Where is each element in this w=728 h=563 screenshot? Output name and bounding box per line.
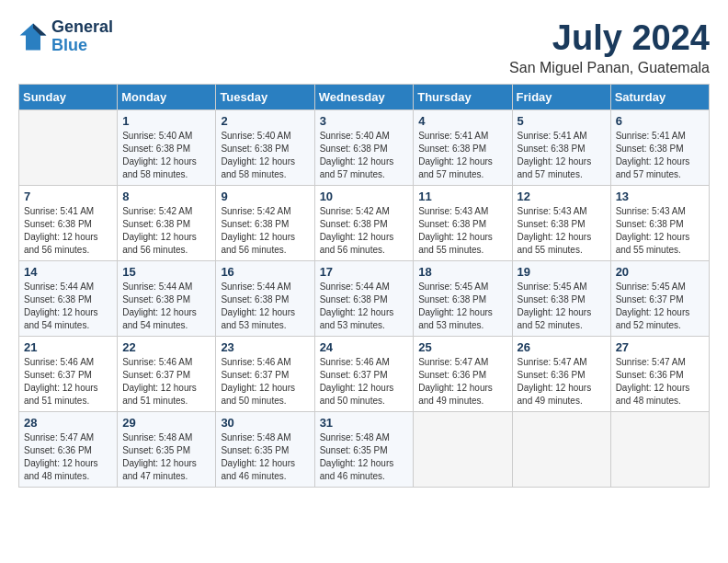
- calendar-cell: 16Sunrise: 5:44 AMSunset: 6:38 PMDayligh…: [216, 261, 314, 337]
- calendar-header: SundayMondayTuesdayWednesdayThursdayFrid…: [19, 85, 710, 110]
- calendar-cell: 12Sunrise: 5:43 AMSunset: 6:38 PMDayligh…: [512, 186, 610, 261]
- day-number: 31: [320, 416, 409, 430]
- logo-text: General Blue: [51, 18, 113, 55]
- day-number: 1: [122, 114, 210, 128]
- day-number: 17: [320, 265, 409, 279]
- day-detail: Sunrise: 5:48 AMSunset: 6:35 PMDaylight:…: [221, 431, 309, 483]
- day-number: 5: [518, 114, 606, 128]
- calendar-cell: 15Sunrise: 5:44 AMSunset: 6:38 PMDayligh…: [118, 261, 216, 337]
- calendar-cell: 5Sunrise: 5:41 AMSunset: 6:38 PMDaylight…: [512, 110, 610, 186]
- day-number: 26: [518, 340, 606, 354]
- day-number: 18: [418, 265, 506, 279]
- day-detail: Sunrise: 5:44 AMSunset: 6:38 PMDaylight:…: [320, 281, 409, 332]
- day-detail: Sunrise: 5:43 AMSunset: 6:38 PMDaylight:…: [418, 205, 506, 257]
- day-number: 14: [24, 265, 112, 279]
- day-number: 11: [418, 190, 506, 203]
- day-detail: Sunrise: 5:47 AMSunset: 6:36 PMDaylight:…: [616, 356, 704, 408]
- day-number: 29: [122, 416, 210, 430]
- calendar-cell: 13Sunrise: 5:43 AMSunset: 6:38 PMDayligh…: [610, 186, 709, 261]
- day-number: 6: [616, 114, 704, 128]
- day-number: 28: [24, 416, 112, 430]
- calendar-cell: [610, 412, 709, 488]
- logo-general-text: General: [51, 18, 113, 37]
- calendar-cell: 25Sunrise: 5:47 AMSunset: 6:36 PMDayligh…: [414, 337, 512, 412]
- calendar-week-row: 28Sunrise: 5:47 AMSunset: 6:36 PMDayligh…: [19, 412, 710, 488]
- logo-icon: [18, 22, 48, 52]
- day-detail: Sunrise: 5:41 AMSunset: 6:38 PMDaylight:…: [24, 205, 112, 257]
- calendar-cell: 9Sunrise: 5:42 AMSunset: 6:38 PMDaylight…: [216, 186, 314, 261]
- day-detail: Sunrise: 5:41 AMSunset: 6:38 PMDaylight:…: [616, 130, 704, 181]
- day-number: 24: [320, 340, 409, 354]
- calendar-cell: 21Sunrise: 5:46 AMSunset: 6:37 PMDayligh…: [19, 337, 118, 412]
- calendar-cell: [414, 412, 512, 488]
- calendar-cell: 26Sunrise: 5:47 AMSunset: 6:36 PMDayligh…: [512, 337, 610, 412]
- day-detail: Sunrise: 5:46 AMSunset: 6:37 PMDaylight:…: [221, 356, 309, 408]
- day-detail: Sunrise: 5:43 AMSunset: 6:38 PMDaylight:…: [518, 205, 606, 257]
- calendar-cell: 4Sunrise: 5:41 AMSunset: 6:38 PMDaylight…: [414, 110, 512, 186]
- day-detail: Sunrise: 5:44 AMSunset: 6:38 PMDaylight:…: [221, 281, 309, 332]
- calendar-cell: [512, 412, 610, 488]
- day-detail: Sunrise: 5:42 AMSunset: 6:38 PMDaylight:…: [122, 205, 210, 257]
- weekday-header: Sunday: [19, 85, 118, 110]
- day-detail: Sunrise: 5:42 AMSunset: 6:38 PMDaylight:…: [320, 205, 409, 257]
- day-number: 21: [24, 340, 112, 354]
- calendar-cell: 11Sunrise: 5:43 AMSunset: 6:38 PMDayligh…: [414, 186, 512, 261]
- weekday-header: Thursday: [414, 85, 512, 110]
- calendar-cell: 28Sunrise: 5:47 AMSunset: 6:36 PMDayligh…: [19, 412, 118, 488]
- day-detail: Sunrise: 5:45 AMSunset: 6:37 PMDaylight:…: [616, 281, 704, 332]
- weekday-header: Friday: [512, 85, 610, 110]
- day-number: 7: [24, 190, 112, 203]
- day-number: 2: [221, 114, 309, 128]
- day-number: 27: [616, 340, 704, 354]
- weekday-header: Monday: [118, 85, 216, 110]
- day-number: 13: [616, 190, 704, 203]
- day-number: 30: [221, 416, 309, 430]
- weekday-header: Wednesday: [314, 85, 414, 110]
- day-detail: Sunrise: 5:40 AMSunset: 6:38 PMDaylight:…: [122, 130, 210, 181]
- day-detail: Sunrise: 5:47 AMSunset: 6:36 PMDaylight:…: [518, 356, 606, 408]
- weekday-header: Tuesday: [216, 85, 314, 110]
- day-detail: Sunrise: 5:48 AMSunset: 6:35 PMDaylight:…: [122, 431, 210, 483]
- day-number: 15: [122, 265, 210, 279]
- location: San Miguel Panan, Guatemala: [509, 60, 710, 76]
- day-detail: Sunrise: 5:40 AMSunset: 6:38 PMDaylight:…: [320, 130, 409, 181]
- day-detail: Sunrise: 5:40 AMSunset: 6:38 PMDaylight:…: [221, 130, 309, 181]
- calendar-cell: 27Sunrise: 5:47 AMSunset: 6:36 PMDayligh…: [610, 337, 709, 412]
- calendar-cell: 1Sunrise: 5:40 AMSunset: 6:38 PMDaylight…: [118, 110, 216, 186]
- calendar-cell: 7Sunrise: 5:41 AMSunset: 6:38 PMDaylight…: [19, 186, 118, 261]
- calendar-body: 1Sunrise: 5:40 AMSunset: 6:38 PMDaylight…: [19, 110, 710, 488]
- day-number: 23: [221, 340, 309, 354]
- day-detail: Sunrise: 5:44 AMSunset: 6:38 PMDaylight:…: [24, 281, 112, 332]
- calendar-cell: 14Sunrise: 5:44 AMSunset: 6:38 PMDayligh…: [19, 261, 118, 337]
- day-number: 20: [616, 265, 704, 279]
- day-number: 10: [320, 190, 409, 203]
- calendar-cell: 29Sunrise: 5:48 AMSunset: 6:35 PMDayligh…: [118, 412, 216, 488]
- day-number: 9: [221, 190, 309, 203]
- title-section: July 2024 San Miguel Panan, Guatemala: [509, 18, 710, 76]
- day-number: 19: [518, 265, 606, 279]
- day-detail: Sunrise: 5:47 AMSunset: 6:36 PMDaylight:…: [418, 356, 506, 408]
- calendar-week-row: 1Sunrise: 5:40 AMSunset: 6:38 PMDaylight…: [19, 110, 710, 186]
- calendar-cell: 20Sunrise: 5:45 AMSunset: 6:37 PMDayligh…: [610, 261, 709, 337]
- calendar-week-row: 21Sunrise: 5:46 AMSunset: 6:37 PMDayligh…: [19, 337, 710, 412]
- calendar-cell: 8Sunrise: 5:42 AMSunset: 6:38 PMDaylight…: [118, 186, 216, 261]
- day-number: 12: [518, 190, 606, 203]
- day-detail: Sunrise: 5:45 AMSunset: 6:38 PMDaylight:…: [418, 281, 506, 332]
- day-detail: Sunrise: 5:46 AMSunset: 6:37 PMDaylight:…: [24, 356, 112, 408]
- calendar-week-row: 14Sunrise: 5:44 AMSunset: 6:38 PMDayligh…: [19, 261, 710, 337]
- weekday-header: Saturday: [610, 85, 709, 110]
- day-number: 3: [320, 114, 409, 128]
- day-detail: Sunrise: 5:48 AMSunset: 6:35 PMDaylight:…: [320, 431, 409, 483]
- logo-blue-text: Blue: [51, 37, 113, 55]
- page-header: General Blue July 2024 San Miguel Panan,…: [18, 18, 710, 76]
- day-detail: Sunrise: 5:46 AMSunset: 6:37 PMDaylight:…: [122, 356, 210, 408]
- calendar-cell: 31Sunrise: 5:48 AMSunset: 6:35 PMDayligh…: [314, 412, 414, 488]
- calendar-cell: 24Sunrise: 5:46 AMSunset: 6:37 PMDayligh…: [314, 337, 414, 412]
- calendar-cell: 2Sunrise: 5:40 AMSunset: 6:38 PMDaylight…: [216, 110, 314, 186]
- day-detail: Sunrise: 5:41 AMSunset: 6:38 PMDaylight:…: [518, 130, 606, 181]
- calendar-cell: 17Sunrise: 5:44 AMSunset: 6:38 PMDayligh…: [314, 261, 414, 337]
- weekday-row: SundayMondayTuesdayWednesdayThursdayFrid…: [19, 85, 710, 110]
- calendar-cell: 30Sunrise: 5:48 AMSunset: 6:35 PMDayligh…: [216, 412, 314, 488]
- day-detail: Sunrise: 5:42 AMSunset: 6:38 PMDaylight:…: [221, 205, 309, 257]
- day-detail: Sunrise: 5:44 AMSunset: 6:38 PMDaylight:…: [122, 281, 210, 332]
